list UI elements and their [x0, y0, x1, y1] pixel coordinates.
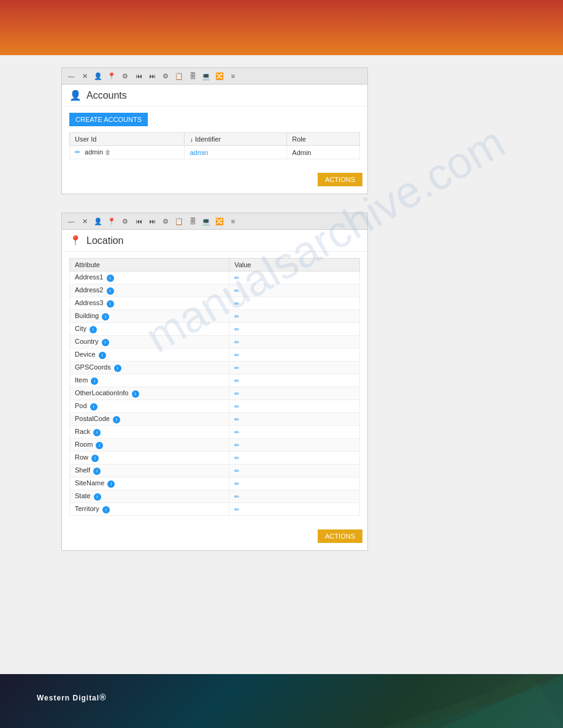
identifier-cell[interactable]: admin: [185, 146, 287, 159]
userid-value: admin: [85, 148, 103, 156]
pencil-icon[interactable]: ✏: [234, 429, 239, 436]
value-cell: ✏: [229, 387, 360, 400]
pencil-icon[interactable]: ✏: [234, 480, 239, 487]
toolbar-monitor-icon[interactable]: 💻: [201, 70, 212, 82]
location-actions-button[interactable]: ACTIONS: [318, 529, 362, 543]
info-icon[interactable]: i: [132, 390, 139, 398]
accounts-actions-button[interactable]: ACTIONS: [318, 173, 362, 186]
toolbar-prev-icon[interactable]: ⏮: [133, 70, 144, 82]
loc-toolbar-prev-icon[interactable]: ⏮: [133, 216, 144, 227]
value-cell: ✏: [229, 349, 360, 362]
attribute-cell: Address3 i: [70, 297, 229, 310]
pencil-icon[interactable]: ✏: [234, 390, 239, 397]
pencil-icon[interactable]: ✏: [234, 313, 239, 320]
toolbar-settings-icon[interactable]: ⚙: [120, 70, 131, 82]
pencil-icon[interactable]: ✏: [234, 493, 239, 500]
accounts-body: CREATE ACCOUNTS User Id ↓ Identifier Rol…: [62, 107, 367, 165]
info-icon[interactable]: i: [90, 403, 98, 411]
toolbar-table-icon[interactable]: 📋: [174, 70, 185, 82]
loc-toolbar-gear-icon[interactable]: ⚙: [160, 216, 171, 227]
footer-logo: Western Digital®: [37, 691, 106, 711]
location-row: Country i✏: [70, 336, 360, 349]
loc-toolbar-settings-icon[interactable]: ⚙: [120, 216, 131, 227]
info-icon[interactable]: i: [107, 287, 114, 295]
loc-toolbar-accounts-icon[interactable]: 👤: [93, 216, 104, 227]
attribute-cell: Shelf i: [70, 464, 229, 477]
toolbar-network-icon[interactable]: 🔀: [214, 70, 225, 82]
location-header-icon: 📍: [69, 235, 82, 246]
pencil-icon[interactable]: ✏: [234, 275, 239, 281]
attribute-cell: Country i: [70, 336, 229, 349]
info-icon[interactable]: i: [107, 480, 115, 488]
info-icon[interactable]: i: [91, 455, 99, 462]
info-icon[interactable]: i: [99, 352, 106, 359]
info-icon[interactable]: i: [96, 442, 103, 449]
info-icon[interactable]: i: [91, 377, 98, 385]
info-icon[interactable]: i: [90, 326, 97, 333]
info-icon[interactable]: i: [102, 339, 109, 346]
value-cell: ✏: [229, 413, 360, 426]
pencil-icon[interactable]: ✏: [234, 416, 239, 423]
loc-toolbar-monitor-icon[interactable]: 💻: [201, 216, 212, 227]
info-icon[interactable]: i: [94, 493, 101, 501]
pencil-icon[interactable]: ✏: [234, 326, 239, 333]
toolbar-storage-icon[interactable]: 🗄: [187, 70, 198, 82]
toolbar-close[interactable]: ✕: [79, 70, 90, 82]
location-row: Item i✏: [70, 374, 360, 387]
edit-icon[interactable]: ✏: [75, 148, 80, 156]
location-row: OtherLocationInfo i✏: [70, 387, 360, 400]
info-icon[interactable]: i: [107, 300, 114, 308]
location-body: Attribute Value Address1 i✏Address2 i✏Ad…: [62, 252, 367, 522]
location-title: Location: [86, 235, 124, 246]
footer-trademark: ®: [99, 692, 106, 702]
accounts-table: User Id ↓ Identifier Role ✏: [69, 132, 360, 159]
info-icon[interactable]: i: [113, 416, 120, 423]
col-role: Role: [287, 133, 360, 146]
info-icon[interactable]: i: [107, 275, 114, 282]
info-icon[interactable]: i: [93, 429, 101, 436]
pencil-icon[interactable]: ✏: [234, 352, 239, 358]
loc-toolbar-next-icon[interactable]: ⏭: [147, 216, 158, 227]
toolbar-menu-icon[interactable]: ≡: [228, 70, 239, 82]
location-panel: — ✕ 👤 📍 ⚙ ⏮ ⏭ ⚙ 📋 🗄 💻 🔀 ≡ 📍 Location A: [61, 213, 368, 551]
loc-toolbar-menu-icon[interactable]: ≡: [228, 216, 239, 227]
accounts-toolbar: — ✕ 👤 📍 ⚙ ⏮ ⏭ ⚙ 📋 🗄 💻 🔀 ≡: [62, 68, 367, 85]
pencil-icon[interactable]: ✏: [234, 377, 239, 384]
pencil-icon[interactable]: ✏: [234, 339, 239, 346]
pencil-icon[interactable]: ✏: [234, 442, 239, 449]
info-icon[interactable]: i: [114, 365, 121, 372]
toolbar-minimize[interactable]: —: [66, 70, 77, 82]
loc-toolbar-minimize[interactable]: —: [66, 216, 77, 227]
value-cell: ✏: [229, 310, 360, 323]
pencil-icon[interactable]: ✏: [234, 365, 239, 371]
value-cell: ✏: [229, 297, 360, 310]
attribute-cell: Address1 i: [70, 271, 229, 284]
toolbar-location-icon[interactable]: 📍: [106, 70, 117, 82]
location-table: Attribute Value Address1 i✏Address2 i✏Ad…: [69, 258, 360, 516]
info-icon[interactable]: i: [102, 506, 110, 514]
delete-icon[interactable]: 🗑: [105, 149, 111, 156]
col-userid: User Id: [70, 133, 185, 146]
loc-toolbar-table-icon[interactable]: 📋: [174, 216, 185, 227]
info-icon[interactable]: i: [93, 468, 101, 475]
loc-toolbar-location-icon[interactable]: 📍: [106, 216, 117, 227]
toolbar-gear-icon[interactable]: ⚙: [160, 70, 171, 82]
pencil-icon[interactable]: ✏: [234, 455, 239, 461]
pencil-icon[interactable]: ✏: [234, 300, 239, 307]
attribute-cell: Territory i: [70, 503, 229, 516]
col-identifier: ↓ Identifier: [185, 133, 287, 146]
pencil-icon[interactable]: ✏: [234, 403, 239, 410]
loc-toolbar-network-icon[interactable]: 🔀: [214, 216, 225, 227]
location-row: SiteName i✏: [70, 477, 360, 490]
value-cell: ✏: [229, 490, 360, 503]
loc-toolbar-close[interactable]: ✕: [79, 216, 90, 227]
pencil-icon[interactable]: ✏: [234, 468, 239, 474]
attribute-cell: SiteName i: [70, 477, 229, 490]
pencil-icon[interactable]: ✏: [234, 506, 239, 513]
create-accounts-button[interactable]: CREATE ACCOUNTS: [69, 113, 148, 126]
loc-toolbar-storage-icon[interactable]: 🗄: [187, 216, 198, 227]
info-icon[interactable]: i: [102, 313, 109, 320]
toolbar-accounts-icon[interactable]: 👤: [93, 70, 104, 82]
toolbar-next-icon[interactable]: ⏭: [147, 70, 158, 82]
pencil-icon[interactable]: ✏: [234, 287, 239, 294]
